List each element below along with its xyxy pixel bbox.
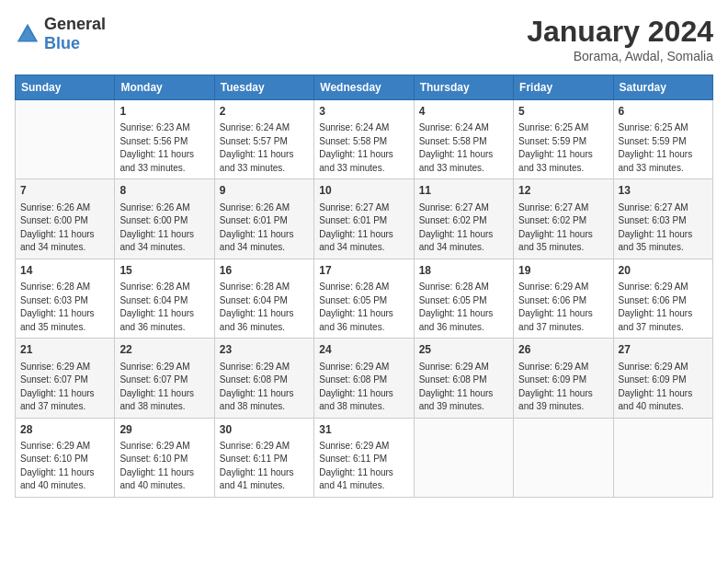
calendar-cell: 9Sunrise: 6:26 AMSunset: 6:01 PMDaylight… <box>214 179 313 259</box>
calendar-cell: 6Sunrise: 6:25 AMSunset: 5:59 PMDaylight… <box>613 100 712 179</box>
day-info: Sunrise: 6:23 AMSunset: 5:56 PMDaylight:… <box>119 121 209 175</box>
day-info: Sunrise: 6:29 AMSunset: 6:10 PMDaylight:… <box>119 440 209 493</box>
day-number: 18 <box>419 263 508 279</box>
day-info: Sunrise: 6:28 AMSunset: 6:03 PMDaylight:… <box>20 281 109 334</box>
calendar-cell: 4Sunrise: 6:24 AMSunset: 5:58 PMDaylight… <box>414 100 513 179</box>
day-info: Sunrise: 6:27 AMSunset: 6:02 PMDaylight:… <box>518 201 608 255</box>
day-number: 19 <box>518 263 608 279</box>
calendar-cell: 22Sunrise: 6:29 AMSunset: 6:07 PMDayligh… <box>115 339 214 418</box>
calendar-cell <box>514 418 613 497</box>
calendar-cell: 20Sunrise: 6:29 AMSunset: 6:06 PMDayligh… <box>613 259 712 338</box>
month-year-title: January 2024 <box>527 15 713 49</box>
logo-general: General <box>44 15 106 33</box>
day-number: 6 <box>619 104 708 120</box>
day-info: Sunrise: 6:25 AMSunset: 5:59 PMDaylight:… <box>518 121 608 175</box>
calendar-cell: 23Sunrise: 6:29 AMSunset: 6:08 PMDayligh… <box>214 339 313 418</box>
day-number: 9 <box>220 183 309 199</box>
col-thursday: Thursday <box>414 75 513 100</box>
day-info: Sunrise: 6:29 AMSunset: 6:08 PMDaylight:… <box>319 361 408 414</box>
calendar-body: 1Sunrise: 6:23 AMSunset: 5:56 PMDaylight… <box>16 100 713 498</box>
day-number: 14 <box>20 263 109 279</box>
day-info: Sunrise: 6:24 AMSunset: 5:58 PMDaylight:… <box>419 121 508 175</box>
day-info: Sunrise: 6:28 AMSunset: 6:05 PMDaylight:… <box>419 281 508 334</box>
day-number: 11 <box>419 183 508 199</box>
calendar-cell: 24Sunrise: 6:29 AMSunset: 6:08 PMDayligh… <box>314 339 414 418</box>
calendar-cell <box>613 418 712 497</box>
day-info: Sunrise: 6:27 AMSunset: 6:02 PMDaylight:… <box>419 201 508 255</box>
day-info: Sunrise: 6:26 AMSunset: 6:00 PMDaylight:… <box>20 201 109 255</box>
day-number: 1 <box>119 104 209 120</box>
day-info: Sunrise: 6:29 AMSunset: 6:08 PMDaylight:… <box>419 361 508 414</box>
day-number: 10 <box>319 183 408 199</box>
day-info: Sunrise: 6:26 AMSunset: 6:01 PMDaylight:… <box>220 201 309 255</box>
day-number: 5 <box>518 104 608 120</box>
col-saturday: Saturday <box>613 75 712 100</box>
day-number: 7 <box>20 183 109 199</box>
logo: General Blue <box>15 15 106 53</box>
page-header: General Blue January 2024 Borama, Awdal,… <box>15 15 713 63</box>
day-number: 20 <box>619 263 708 279</box>
day-info: Sunrise: 6:28 AMSunset: 6:04 PMDaylight:… <box>220 281 309 334</box>
calendar-cell: 3Sunrise: 6:24 AMSunset: 5:58 PMDaylight… <box>314 100 414 179</box>
day-number: 31 <box>319 422 408 438</box>
calendar-week-4: 21Sunrise: 6:29 AMSunset: 6:07 PMDayligh… <box>16 339 713 418</box>
calendar-week-2: 7Sunrise: 6:26 AMSunset: 6:00 PMDaylight… <box>16 179 713 259</box>
col-monday: Monday <box>115 75 214 100</box>
day-info: Sunrise: 6:25 AMSunset: 5:59 PMDaylight:… <box>619 121 708 175</box>
day-number: 24 <box>319 342 408 358</box>
day-info: Sunrise: 6:29 AMSunset: 6:09 PMDaylight:… <box>518 361 608 414</box>
col-sunday: Sunday <box>16 75 115 100</box>
logo-text: General Blue <box>44 15 106 53</box>
day-info: Sunrise: 6:29 AMSunset: 6:06 PMDaylight:… <box>619 281 708 334</box>
calendar-cell: 13Sunrise: 6:27 AMSunset: 6:03 PMDayligh… <box>613 179 712 259</box>
calendar-cell: 21Sunrise: 6:29 AMSunset: 6:07 PMDayligh… <box>16 339 115 418</box>
calendar-cell: 2Sunrise: 6:24 AMSunset: 5:57 PMDaylight… <box>214 100 313 179</box>
day-info: Sunrise: 6:29 AMSunset: 6:11 PMDaylight:… <box>220 440 309 493</box>
day-number: 28 <box>20 422 109 438</box>
calendar-cell: 31Sunrise: 6:29 AMSunset: 6:11 PMDayligh… <box>314 418 414 497</box>
day-info: Sunrise: 6:29 AMSunset: 6:08 PMDaylight:… <box>220 361 309 414</box>
calendar-cell: 28Sunrise: 6:29 AMSunset: 6:10 PMDayligh… <box>16 418 115 497</box>
calendar-cell: 8Sunrise: 6:26 AMSunset: 6:00 PMDaylight… <box>115 179 214 259</box>
day-number: 8 <box>119 183 209 199</box>
calendar-week-5: 28Sunrise: 6:29 AMSunset: 6:10 PMDayligh… <box>16 418 713 497</box>
day-info: Sunrise: 6:29 AMSunset: 6:09 PMDaylight:… <box>619 361 708 414</box>
col-tuesday: Tuesday <box>214 75 313 100</box>
day-number: 21 <box>20 342 109 358</box>
calendar-cell: 29Sunrise: 6:29 AMSunset: 6:10 PMDayligh… <box>115 418 214 497</box>
day-info: Sunrise: 6:27 AMSunset: 6:01 PMDaylight:… <box>319 201 408 255</box>
calendar-header: Sunday Monday Tuesday Wednesday Thursday… <box>16 75 713 100</box>
day-info: Sunrise: 6:29 AMSunset: 6:06 PMDaylight:… <box>518 281 608 334</box>
day-number: 30 <box>220 422 309 438</box>
day-number: 29 <box>119 422 209 438</box>
day-number: 4 <box>419 104 508 120</box>
logo-icon <box>15 21 40 47</box>
day-info: Sunrise: 6:27 AMSunset: 6:03 PMDaylight:… <box>619 201 708 255</box>
calendar-cell <box>16 100 115 179</box>
day-number: 17 <box>319 263 408 279</box>
calendar-cell: 10Sunrise: 6:27 AMSunset: 6:01 PMDayligh… <box>314 179 414 259</box>
day-number: 26 <box>518 342 608 358</box>
day-number: 27 <box>619 342 708 358</box>
day-info: Sunrise: 6:29 AMSunset: 6:10 PMDaylight:… <box>20 440 109 493</box>
day-number: 15 <box>119 263 209 279</box>
calendar-cell: 18Sunrise: 6:28 AMSunset: 6:05 PMDayligh… <box>414 259 513 338</box>
title-section: January 2024 Borama, Awdal, Somalia <box>527 15 713 63</box>
day-number: 25 <box>419 342 508 358</box>
calendar-cell: 26Sunrise: 6:29 AMSunset: 6:09 PMDayligh… <box>514 339 613 418</box>
calendar-cell: 7Sunrise: 6:26 AMSunset: 6:00 PMDaylight… <box>16 179 115 259</box>
col-friday: Friday <box>514 75 613 100</box>
calendar-cell: 11Sunrise: 6:27 AMSunset: 6:02 PMDayligh… <box>414 179 513 259</box>
calendar-cell: 12Sunrise: 6:27 AMSunset: 6:02 PMDayligh… <box>514 179 613 259</box>
calendar-cell: 1Sunrise: 6:23 AMSunset: 5:56 PMDaylight… <box>115 100 214 179</box>
calendar-cell: 19Sunrise: 6:29 AMSunset: 6:06 PMDayligh… <box>514 259 613 338</box>
calendar-cell: 5Sunrise: 6:25 AMSunset: 5:59 PMDaylight… <box>514 100 613 179</box>
calendar-cell: 30Sunrise: 6:29 AMSunset: 6:11 PMDayligh… <box>214 418 313 497</box>
calendar-week-3: 14Sunrise: 6:28 AMSunset: 6:03 PMDayligh… <box>16 259 713 338</box>
day-info: Sunrise: 6:28 AMSunset: 6:05 PMDaylight:… <box>319 281 408 334</box>
day-info: Sunrise: 6:24 AMSunset: 5:57 PMDaylight:… <box>220 121 309 175</box>
calendar-cell: 17Sunrise: 6:28 AMSunset: 6:05 PMDayligh… <box>314 259 414 338</box>
day-info: Sunrise: 6:28 AMSunset: 6:04 PMDaylight:… <box>119 281 209 334</box>
calendar-cell <box>414 418 513 497</box>
day-info: Sunrise: 6:24 AMSunset: 5:58 PMDaylight:… <box>319 121 408 175</box>
